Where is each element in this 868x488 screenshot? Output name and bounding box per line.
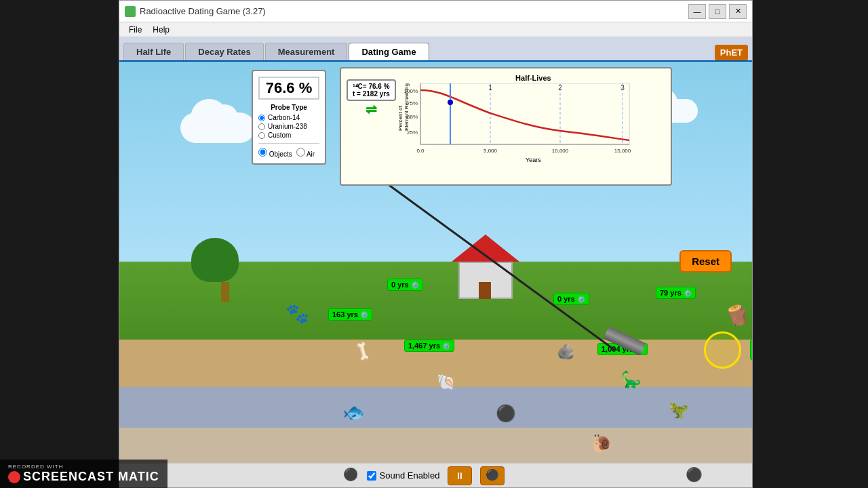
probe-mode: Objects Air <box>258 148 319 158</box>
app-window: Radioactive Dating Game (3.27) — □ ✕ Fil… <box>119 0 753 488</box>
reset-button[interactable]: Reset <box>679 250 732 272</box>
main-content: 🐾 🪵 🦴 🪨 🐚 🦕 🐟 ⚫ 🦖 🐌 ⚫ ⚫ ⚫ <box>119 62 752 487</box>
svg-text:15,000: 15,000 <box>614 148 631 154</box>
badge-icon-3: ⚙️ <box>360 311 368 319</box>
tab-dating-game[interactable]: Dating Game <box>349 43 429 60</box>
probe-mode-air[interactable]: Air <box>296 148 315 158</box>
bottom-bar: Sound Enabled ⏸ ⏭ <box>119 463 752 487</box>
sound-checkbox-input[interactable] <box>367 471 376 481</box>
menu-help[interactable]: Help <box>147 24 175 36</box>
tab-decay-rates[interactable]: Decay Rates <box>185 43 263 60</box>
shell-fossil[interactable]: 🐚 <box>437 373 455 391</box>
rock-object[interactable]: ⚫ <box>496 404 516 423</box>
title-bar: Radioactive Dating Game (3.27) — □ ✕ <box>119 1 752 22</box>
house-object[interactable] <box>458 262 513 299</box>
svg-text:2: 2 <box>558 84 562 92</box>
svg-point-13 <box>448 100 453 105</box>
chart-arrow: ⇌ <box>366 101 377 117</box>
sound-enabled-checkbox[interactable]: Sound Enabled <box>367 470 440 481</box>
small-rock-1[interactable]: ⚫ <box>343 467 358 482</box>
probe-type-label: Probe Type <box>258 104 319 111</box>
badge-icon-2: ⚙️ <box>577 296 585 303</box>
badge-icon-4: ⚙️ <box>684 289 692 297</box>
house-roof <box>452 235 519 262</box>
chart-callout: ¹⁴C= 76.6 % t = 2182 yrs <box>347 79 396 101</box>
menu-file[interactable]: File <box>123 24 147 36</box>
minimize-button[interactable]: — <box>688 4 706 19</box>
badge-icon-1: ⚙️ <box>411 281 419 289</box>
chart-y-axis-label: Percent ofElement Remaining <box>397 83 410 131</box>
age-badge-probe[interactable]: 2,182 yrs ⚙️ <box>750 340 752 360</box>
tree-object[interactable] <box>211 251 239 302</box>
app-icon <box>125 6 136 17</box>
age-badge-tree[interactable]: 0 yrs ⚙️ <box>387 279 423 291</box>
probe-divider <box>258 143 319 144</box>
small-rock-2[interactable]: ⚫ <box>486 468 499 481</box>
rock-fossil-1[interactable]: 🪨 <box>557 343 575 361</box>
age-badge-bone[interactable]: 1,467 yrs ⚙️ <box>404 340 454 352</box>
watermark-recorded: RECORDED WITH <box>8 464 159 470</box>
menu-bar: File Help <box>119 22 752 37</box>
chart-title: Half-Lives <box>401 74 665 82</box>
pause-button[interactable]: ⏸ <box>448 466 472 485</box>
layer-3 <box>119 428 752 468</box>
chart-svg: 1 2 3 100% 75% 58% 25% <box>401 83 632 157</box>
fish-skeleton[interactable]: 🦕 <box>621 370 642 389</box>
sound-label: Sound Enabled <box>380 470 440 481</box>
age-badge-bush[interactable]: 0 yrs ⚙️ <box>553 293 589 305</box>
age-badge-skull[interactable]: 163 yrs ⚙️ <box>328 308 372 321</box>
svg-text:1: 1 <box>488 84 492 92</box>
window-controls: — □ ✕ <box>688 4 747 19</box>
fish-fossil[interactable]: 🐟 <box>343 402 365 423</box>
brand-name: SCREENCAST MATIC <box>23 470 159 484</box>
chart-panel: ¹⁴C= 76.6 % t = 2182 yrs ⇌ Half-Lives <box>340 67 672 186</box>
probe-radio-custom[interactable]: Custom <box>258 131 319 139</box>
phet-logo: PhET <box>715 45 748 60</box>
svg-text:5,000: 5,000 <box>484 148 498 154</box>
age-badge-house[interactable]: 79 yrs ⚙️ <box>656 287 696 299</box>
house-door <box>479 282 491 299</box>
ammonite-fossil[interactable]: 🐌 <box>591 433 612 454</box>
tree-top <box>191 238 239 282</box>
probe-mode-objects[interactable]: Objects <box>258 148 292 158</box>
skull-object[interactable]: 🐾 <box>285 302 309 325</box>
screencast-icon <box>8 471 20 483</box>
probe-radio-carbon[interactable]: Carbon-14 <box>258 114 319 121</box>
cloud-left <box>180 113 255 143</box>
tab-measurement[interactable]: Measurement <box>265 43 348 60</box>
dino-fossil[interactable]: 🦖 <box>669 401 689 420</box>
target-cursor <box>704 331 741 369</box>
badge-icon-6: ⚙️ <box>442 342 450 350</box>
svg-text:3: 3 <box>620 84 625 92</box>
tree-trunk <box>221 282 229 302</box>
probe-panel: 76.6 % Probe Type Carbon-14 Uranium-238 … <box>252 70 326 165</box>
probe-value: 76.6 % <box>258 77 319 100</box>
watermark-brand: SCREENCAST MATIC <box>8 470 159 484</box>
house-body <box>458 262 513 299</box>
probe-radio-uranium[interactable]: Uranium-238 <box>258 123 319 130</box>
layer-2 <box>119 387 752 428</box>
window-title: Radioactive Dating Game (3.27) <box>140 6 688 16</box>
scene: 🐾 🪵 🦴 🪨 🐚 🦕 🐟 ⚫ 🦖 🐌 ⚫ ⚫ ⚫ <box>119 62 752 463</box>
tab-half-life[interactable]: Half Life <box>123 43 184 60</box>
small-rock-3[interactable]: ⚫ <box>686 466 703 483</box>
maximize-button[interactable]: □ <box>709 4 726 19</box>
svg-text:0.0: 0.0 <box>416 148 425 154</box>
svg-text:10,000: 10,000 <box>552 148 569 154</box>
close-button[interactable]: ✕ <box>729 4 747 19</box>
chart-x-axis-label: Years <box>401 157 665 163</box>
tab-bar: Half Life Decay Rates Measurement Dating… <box>119 37 752 62</box>
screencast-watermark: RECORDED WITH SCREENCAST MATIC <box>0 460 167 488</box>
